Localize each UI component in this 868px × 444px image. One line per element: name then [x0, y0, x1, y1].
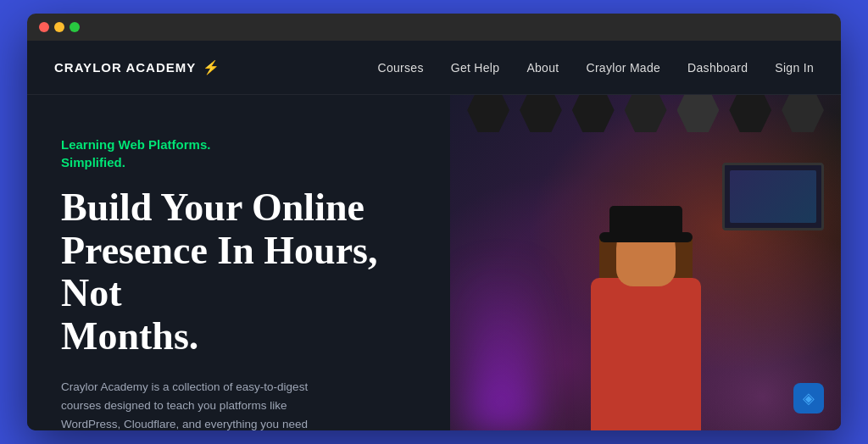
person-figure — [591, 219, 701, 430]
nav-link-sign-in[interactable]: Sign In — [775, 61, 814, 75]
person-head — [616, 219, 676, 286]
site-logo[interactable]: CRAYLOR ACADEMY ⚡ — [54, 59, 220, 75]
panel-2 — [520, 95, 562, 132]
badge-icon: ◈ — [803, 389, 815, 408]
panel-1 — [467, 95, 509, 132]
ambient-light — [467, 261, 535, 430]
panel-5 — [677, 95, 720, 132]
nav-item-about[interactable]: About — [526, 60, 559, 75]
hero-right: ◈ — [450, 95, 841, 430]
browser-chrome — [27, 14, 841, 41]
nav-item-craylor-made[interactable]: Craylor Made — [586, 60, 660, 75]
nav-links: Courses Get Help About Craylor Made Dash… — [377, 60, 814, 75]
panel-7 — [782, 95, 824, 132]
panel-3 — [572, 95, 615, 132]
nav-link-about[interactable]: About — [526, 61, 559, 75]
hero-heading: Build Your OnlinePresence In Hours, NotM… — [61, 186, 416, 358]
navbar: CRAYLOR ACADEMY ⚡ Courses Get Help About… — [27, 41, 841, 95]
minimize-dot[interactable] — [54, 22, 64, 32]
nav-item-courses[interactable]: Courses — [377, 60, 423, 75]
person-cap — [609, 206, 682, 236]
hero-image: ◈ — [450, 95, 841, 430]
person-body — [591, 278, 701, 430]
nav-link-courses[interactable]: Courses — [377, 61, 423, 75]
hero-left: Learning Web Platforms.Simplified. Build… — [27, 95, 450, 430]
maximize-dot[interactable] — [70, 22, 80, 32]
close-dot[interactable] — [39, 22, 49, 32]
floating-badge: ◈ — [793, 383, 824, 413]
logo-icon: ⚡ — [203, 59, 220, 75]
hero-description: Craylor Academy is a collection of easy-… — [61, 378, 349, 430]
panel-6 — [729, 95, 771, 132]
site-wrapper: CRAYLOR ACADEMY ⚡ Courses Get Help About… — [27, 41, 841, 430]
background-monitor — [722, 163, 824, 230]
nav-item-dashboard[interactable]: Dashboard — [687, 60, 748, 75]
nav-item-sign-in[interactable]: Sign In — [775, 60, 814, 75]
nav-link-get-help[interactable]: Get Help — [451, 61, 500, 75]
hero-tagline: Learning Web Platforms.Simplified. — [61, 136, 416, 171]
browser-window: CRAYLOR ACADEMY ⚡ Courses Get Help About… — [27, 14, 841, 430]
acoustic-panels — [450, 95, 841, 163]
logo-text: CRAYLOR ACADEMY — [54, 60, 196, 75]
nav-link-dashboard[interactable]: Dashboard — [687, 61, 748, 75]
nav-link-craylor-made[interactable]: Craylor Made — [586, 61, 660, 75]
nav-item-get-help[interactable]: Get Help — [451, 60, 500, 75]
hero-section: Learning Web Platforms.Simplified. Build… — [27, 95, 841, 430]
panel-4 — [625, 95, 667, 132]
